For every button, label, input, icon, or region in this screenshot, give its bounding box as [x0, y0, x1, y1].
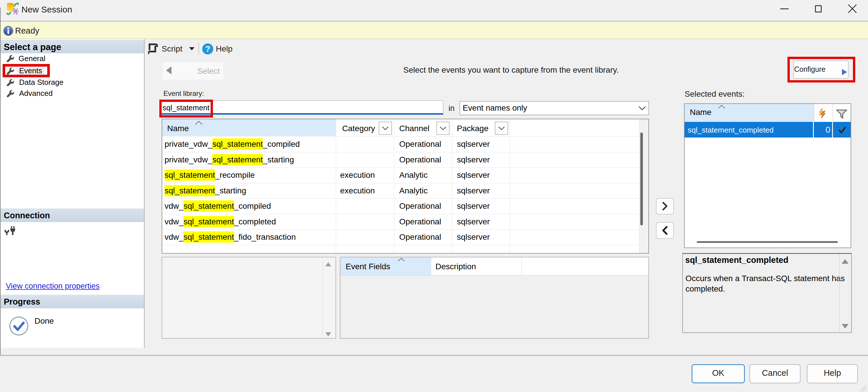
svg-text:?: ? — [205, 44, 210, 54]
